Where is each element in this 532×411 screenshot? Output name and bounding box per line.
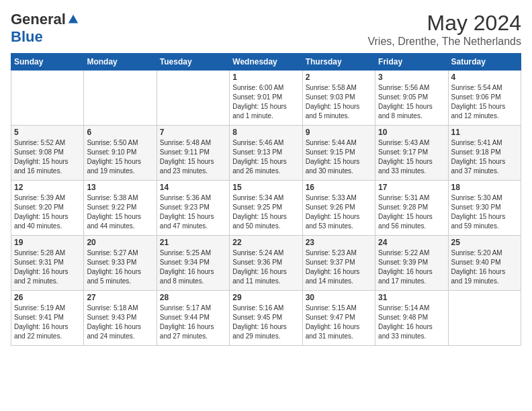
day-cell: 27Sunrise: 5:18 AM Sunset: 9:43 PM Dayli…: [84, 291, 157, 346]
day-detail: Sunrise: 5:25 AM Sunset: 9:34 PM Dayligh…: [160, 248, 226, 286]
day-cell: 7Sunrise: 5:48 AM Sunset: 9:11 PM Daylig…: [157, 126, 229, 181]
day-number: 26: [14, 293, 81, 302]
day-cell: 3Sunrise: 5:56 AM Sunset: 9:05 PM Daylig…: [375, 71, 448, 126]
day-number: 31: [378, 293, 445, 302]
day-detail: Sunrise: 5:36 AM Sunset: 9:23 PM Dayligh…: [160, 193, 226, 231]
day-number: 29: [232, 293, 299, 302]
day-number: 5: [14, 128, 81, 137]
day-cell: 24Sunrise: 5:22 AM Sunset: 9:39 PM Dayli…: [375, 236, 448, 291]
weekday-header-wednesday: Wednesday: [230, 54, 302, 71]
logo-general-text: General: [11, 11, 66, 28]
day-number: 8: [232, 128, 299, 137]
day-cell: [84, 71, 157, 126]
day-cell: 26Sunrise: 5:19 AM Sunset: 9:41 PM Dayli…: [11, 291, 84, 346]
day-number: 15: [232, 183, 299, 192]
day-number: 22: [232, 238, 299, 247]
day-detail: Sunrise: 5:44 AM Sunset: 9:15 PM Dayligh…: [306, 138, 372, 176]
week-row-1: 1Sunrise: 6:00 AM Sunset: 9:01 PM Daylig…: [11, 71, 521, 126]
day-number: 25: [451, 238, 518, 247]
logo-blue-text: Blue: [11, 28, 43, 45]
day-cell: 5Sunrise: 5:52 AM Sunset: 9:08 PM Daylig…: [11, 126, 84, 181]
day-detail: Sunrise: 5:39 AM Sunset: 9:20 PM Dayligh…: [14, 193, 81, 231]
page-header: General Blue May 2024 Vries, Drenthe, Th…: [11, 11, 521, 48]
logo-icon: [67, 13, 79, 26]
day-detail: Sunrise: 5:46 AM Sunset: 9:13 PM Dayligh…: [232, 138, 299, 176]
day-cell: 22Sunrise: 5:24 AM Sunset: 9:36 PM Dayli…: [230, 236, 302, 291]
day-number: 2: [306, 73, 372, 82]
week-row-2: 5Sunrise: 5:52 AM Sunset: 9:08 PM Daylig…: [11, 126, 521, 181]
day-cell: 13Sunrise: 5:38 AM Sunset: 9:22 PM Dayli…: [84, 181, 157, 236]
day-number: 6: [87, 128, 153, 137]
month-title: May 2024: [367, 11, 521, 36]
weekday-header-thursday: Thursday: [302, 54, 375, 71]
day-cell: 29Sunrise: 5:16 AM Sunset: 9:45 PM Dayli…: [230, 291, 302, 346]
day-detail: Sunrise: 5:14 AM Sunset: 9:48 PM Dayligh…: [378, 304, 445, 341]
day-number: 17: [378, 183, 445, 192]
day-cell: 17Sunrise: 5:31 AM Sunset: 9:28 PM Dayli…: [375, 181, 448, 236]
day-detail: Sunrise: 5:18 AM Sunset: 9:43 PM Dayligh…: [87, 304, 153, 341]
day-detail: Sunrise: 5:16 AM Sunset: 9:45 PM Dayligh…: [232, 304, 299, 341]
logo: General Blue: [11, 11, 79, 46]
day-cell: [157, 71, 229, 126]
day-cell: 31Sunrise: 5:14 AM Sunset: 9:48 PM Dayli…: [375, 291, 448, 346]
day-cell: 18Sunrise: 5:30 AM Sunset: 9:30 PM Dayli…: [448, 181, 521, 236]
day-number: 14: [160, 183, 226, 192]
weekday-header-tuesday: Tuesday: [157, 54, 229, 71]
day-detail: Sunrise: 5:24 AM Sunset: 9:36 PM Dayligh…: [232, 248, 299, 286]
day-detail: Sunrise: 5:15 AM Sunset: 9:47 PM Dayligh…: [306, 304, 372, 341]
weekday-header-sunday: Sunday: [11, 54, 84, 71]
day-cell: 23Sunrise: 5:23 AM Sunset: 9:37 PM Dayli…: [302, 236, 375, 291]
title-block: May 2024 Vries, Drenthe, The Netherlands: [367, 11, 521, 48]
day-cell: 16Sunrise: 5:33 AM Sunset: 9:26 PM Dayli…: [302, 181, 375, 236]
calendar-table: SundayMondayTuesdayWednesdayThursdayFrid…: [11, 53, 521, 346]
day-cell: 21Sunrise: 5:25 AM Sunset: 9:34 PM Dayli…: [157, 236, 229, 291]
day-number: 11: [451, 128, 518, 137]
day-cell: [448, 291, 521, 346]
weekday-header-row: SundayMondayTuesdayWednesdayThursdayFrid…: [11, 54, 521, 71]
day-cell: [11, 71, 84, 126]
svg-marker-0: [69, 15, 78, 24]
week-row-3: 12Sunrise: 5:39 AM Sunset: 9:20 PM Dayli…: [11, 181, 521, 236]
day-number: 3: [378, 73, 445, 82]
day-number: 24: [378, 238, 445, 247]
day-cell: 6Sunrise: 5:50 AM Sunset: 9:10 PM Daylig…: [84, 126, 157, 181]
day-detail: Sunrise: 5:28 AM Sunset: 9:31 PM Dayligh…: [14, 248, 81, 286]
day-detail: Sunrise: 5:58 AM Sunset: 9:03 PM Dayligh…: [306, 83, 372, 121]
day-detail: Sunrise: 5:19 AM Sunset: 9:41 PM Dayligh…: [14, 304, 81, 341]
week-row-5: 26Sunrise: 5:19 AM Sunset: 9:41 PM Dayli…: [11, 291, 521, 346]
day-detail: Sunrise: 5:43 AM Sunset: 9:17 PM Dayligh…: [378, 138, 445, 176]
day-detail: Sunrise: 5:17 AM Sunset: 9:44 PM Dayligh…: [160, 304, 226, 341]
day-number: 16: [306, 183, 372, 192]
weekday-header-saturday: Saturday: [448, 54, 521, 71]
day-detail: Sunrise: 5:56 AM Sunset: 9:05 PM Dayligh…: [378, 83, 445, 121]
day-number: 13: [87, 183, 153, 192]
day-detail: Sunrise: 5:34 AM Sunset: 9:25 PM Dayligh…: [232, 193, 299, 231]
day-detail: Sunrise: 5:41 AM Sunset: 9:18 PM Dayligh…: [451, 138, 518, 176]
day-number: 18: [451, 183, 518, 192]
day-detail: Sunrise: 5:23 AM Sunset: 9:37 PM Dayligh…: [306, 248, 372, 286]
day-cell: 15Sunrise: 5:34 AM Sunset: 9:25 PM Dayli…: [230, 181, 302, 236]
day-cell: 12Sunrise: 5:39 AM Sunset: 9:20 PM Dayli…: [11, 181, 84, 236]
day-cell: 2Sunrise: 5:58 AM Sunset: 9:03 PM Daylig…: [302, 71, 375, 126]
day-detail: Sunrise: 5:50 AM Sunset: 9:10 PM Dayligh…: [87, 138, 153, 176]
day-number: 10: [378, 128, 445, 137]
day-cell: 4Sunrise: 5:54 AM Sunset: 9:06 PM Daylig…: [448, 71, 521, 126]
day-cell: 10Sunrise: 5:43 AM Sunset: 9:17 PM Dayli…: [375, 126, 448, 181]
day-detail: Sunrise: 5:48 AM Sunset: 9:11 PM Dayligh…: [160, 138, 226, 176]
day-number: 1: [232, 73, 299, 82]
day-detail: Sunrise: 5:31 AM Sunset: 9:28 PM Dayligh…: [378, 193, 445, 231]
day-cell: 1Sunrise: 6:00 AM Sunset: 9:01 PM Daylig…: [230, 71, 302, 126]
day-number: 7: [160, 128, 226, 137]
week-row-4: 19Sunrise: 5:28 AM Sunset: 9:31 PM Dayli…: [11, 236, 521, 291]
day-number: 12: [14, 183, 81, 192]
day-cell: 19Sunrise: 5:28 AM Sunset: 9:31 PM Dayli…: [11, 236, 84, 291]
weekday-header-friday: Friday: [375, 54, 448, 71]
day-number: 30: [306, 293, 372, 302]
day-detail: Sunrise: 5:52 AM Sunset: 9:08 PM Dayligh…: [14, 138, 81, 176]
day-cell: 9Sunrise: 5:44 AM Sunset: 9:15 PM Daylig…: [302, 126, 375, 181]
day-cell: 11Sunrise: 5:41 AM Sunset: 9:18 PM Dayli…: [448, 126, 521, 181]
day-detail: Sunrise: 5:20 AM Sunset: 9:40 PM Dayligh…: [451, 248, 518, 286]
day-detail: Sunrise: 5:33 AM Sunset: 9:26 PM Dayligh…: [306, 193, 372, 231]
day-detail: Sunrise: 5:22 AM Sunset: 9:39 PM Dayligh…: [378, 248, 445, 286]
day-number: 23: [306, 238, 372, 247]
